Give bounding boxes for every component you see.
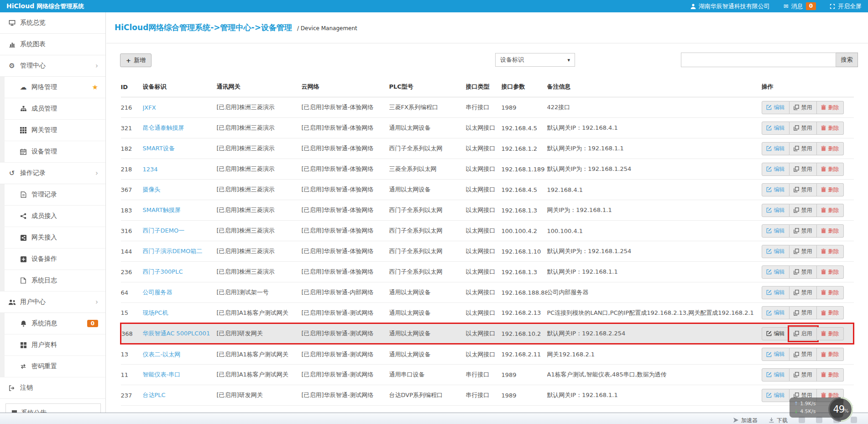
sidebar-item-device-operation[interactable]: 设备操作 [5, 249, 105, 270]
cell-actions: 编辑启用删除 [762, 323, 854, 344]
disable-button[interactable]: 禁用 [790, 348, 817, 361]
device-link[interactable]: 昆仑通泰触摸屏 [143, 124, 184, 131]
delete-button[interactable]: 删除 [817, 327, 844, 340]
disable-button[interactable]: 禁用 [790, 286, 817, 299]
edit-button[interactable]: 编辑 [762, 368, 790, 382]
sidebar-item-password-reset[interactable]: 密码重置 [5, 356, 105, 377]
delete-button[interactable]: 删除 [817, 368, 844, 382]
disable-button[interactable]: 禁用 [790, 142, 817, 155]
disable-button[interactable]: 禁用 [790, 245, 817, 258]
sidebar-item-operation-records[interactable]: ↺操作记录› [0, 163, 105, 184]
sidebar-item-system-messages[interactable]: 系统消息0 [5, 313, 105, 334]
device-link[interactable]: 仪表二-以太网 [143, 351, 181, 358]
accelerator-item[interactable]: 加速器 [733, 417, 758, 424]
sidebar-item-member-management[interactable]: 成员管理 [5, 98, 105, 120]
delete-button[interactable]: 删除 [817, 245, 844, 258]
sidebar-item-network-management[interactable]: ☁网络管理★ [5, 77, 105, 98]
disable-button[interactable]: 禁用 [790, 122, 817, 135]
delete-button[interactable]: 删除 [817, 306, 844, 319]
cell-cloud-network: [已启用]华辰智通-测试网络 [302, 323, 389, 344]
disable-icon [794, 166, 799, 172]
messages-menu[interactable]: ✉ 消息 0 [784, 2, 816, 11]
sidebar-item-user-profile[interactable]: 用户资料 [5, 334, 105, 356]
edit-button[interactable]: 编辑 [762, 389, 790, 402]
cell-plc-model: 通用串口设备 [389, 365, 466, 385]
fullscreen-button[interactable]: 开启全屏 [830, 2, 862, 11]
delete-button[interactable]: 删除 [817, 122, 844, 135]
sidebar-item-system-charts[interactable]: 系统图表 [0, 34, 105, 55]
sidebar-item-user-center[interactable]: 用户中心› [0, 292, 105, 313]
edit-button[interactable]: 编辑 [762, 101, 790, 114]
disable-button[interactable]: 禁用 [790, 306, 817, 319]
delete-button[interactable]: 删除 [817, 265, 844, 279]
filter-field-select[interactable]: 设备标识 ▾ [495, 53, 575, 67]
sidebar-item-system-logs[interactable]: 系统日志 [5, 270, 105, 292]
sidebar-item-management-center[interactable]: ⚙管理中心› [0, 55, 105, 77]
sidebar-item-management-records[interactable]: 管理记录 [5, 184, 105, 206]
cell-remark: 默认网关IP为：192.168.1.254 [547, 159, 762, 180]
disable-button[interactable]: 禁用 [790, 183, 817, 196]
device-link[interactable]: SMART设备 [143, 145, 175, 152]
device-link[interactable]: JXFX [143, 104, 156, 111]
company-menu[interactable]: 湖南华辰智通科技有限公司 [690, 2, 770, 11]
edit-button[interactable]: 编辑 [762, 265, 790, 279]
download-item[interactable]: 下载 [769, 417, 788, 424]
edit-button[interactable]: 编辑 [762, 245, 790, 258]
device-link[interactable]: 智能仪表-串口 [143, 371, 181, 378]
delete-button[interactable]: 删除 [817, 204, 844, 217]
delete-button[interactable]: 删除 [817, 286, 844, 299]
memory-usage-gauge[interactable]: 49% [827, 396, 854, 423]
edit-button[interactable]: 编辑 [762, 183, 790, 196]
sidebar-item-device-management[interactable]: 设备管理 [5, 141, 105, 163]
delete-button[interactable]: 删除 [817, 101, 844, 114]
disable-button[interactable]: 禁用 [790, 163, 817, 176]
edit-button[interactable]: 编辑 [762, 286, 790, 299]
sidebar-item-member-access[interactable]: 成员接入 [5, 206, 105, 227]
edit-button[interactable]: 编辑 [762, 142, 790, 155]
add-device-button[interactable]: + 新增 [120, 53, 152, 67]
sidebar-item-gateway-management[interactable]: 网关管理 [5, 120, 105, 141]
device-link[interactable]: 华辰智通AC 500PLC001 [143, 330, 210, 337]
cell-gateway: [已启用]测试架一号 [217, 282, 302, 303]
device-link[interactable]: 现场PC机 [143, 309, 168, 316]
disable-button[interactable]: 禁用 [790, 265, 817, 279]
disable-button[interactable]: 禁用 [790, 368, 817, 382]
delete-icon [821, 290, 826, 295]
device-link[interactable]: 1234 [143, 166, 158, 173]
device-link[interactable]: 西门子演示DEMO箱二 [143, 248, 203, 254]
enable-button[interactable]: 启用 [790, 327, 817, 340]
favorite-star-icon: ★ [92, 83, 98, 91]
device-link[interactable]: 公司服务器 [143, 289, 173, 296]
delete-button[interactable]: 删除 [817, 348, 844, 361]
device-link[interactable]: 西门子DEMO一 [143, 227, 185, 234]
sidebar-item-gateway-access[interactable]: 网关接入 [5, 227, 105, 249]
cell-cloud-network: [已启用]华辰智通-体验网络 [302, 180, 389, 200]
search-button[interactable]: 搜索 [836, 53, 858, 67]
device-link[interactable]: 西门子300PLC [143, 268, 183, 275]
edit-button[interactable]: 编辑 [762, 327, 790, 340]
sidebar-item-logout[interactable]: 注销 [0, 377, 105, 399]
device-link[interactable]: 摄像头 [143, 186, 161, 193]
disable-button[interactable]: 禁用 [790, 204, 817, 217]
edit-button[interactable]: 编辑 [762, 204, 790, 217]
edit-button[interactable]: 编辑 [762, 224, 790, 238]
delete-button[interactable]: 删除 [817, 142, 844, 155]
edit-button[interactable]: 编辑 [762, 122, 790, 135]
delete-button[interactable]: 删除 [817, 224, 844, 238]
disable-icon [794, 290, 799, 295]
search-input[interactable] [681, 53, 836, 67]
delete-button[interactable]: 删除 [817, 183, 844, 196]
edit-button[interactable]: 编辑 [762, 163, 790, 176]
toolbar-icon-placeholder[interactable] [816, 417, 822, 423]
edit-button[interactable]: 编辑 [762, 306, 790, 319]
edit-button[interactable]: 编辑 [762, 348, 790, 361]
toolbar-icon-placeholder[interactable] [799, 417, 805, 423]
device-link[interactable]: SMART触摸屏 [143, 207, 181, 213]
main-content: HiCloud网络综合管理系统->管理中心->设备管理 / Device Man… [106, 12, 868, 424]
delete-button[interactable]: 删除 [817, 163, 844, 176]
sidebar-item-system-overview[interactable]: 系统总览 [0, 12, 105, 34]
sidebar-item-label: 系统消息 [31, 319, 57, 328]
disable-button[interactable]: 禁用 [790, 101, 817, 114]
device-link[interactable]: 台达PLC [143, 392, 166, 398]
disable-button[interactable]: 禁用 [790, 224, 817, 238]
